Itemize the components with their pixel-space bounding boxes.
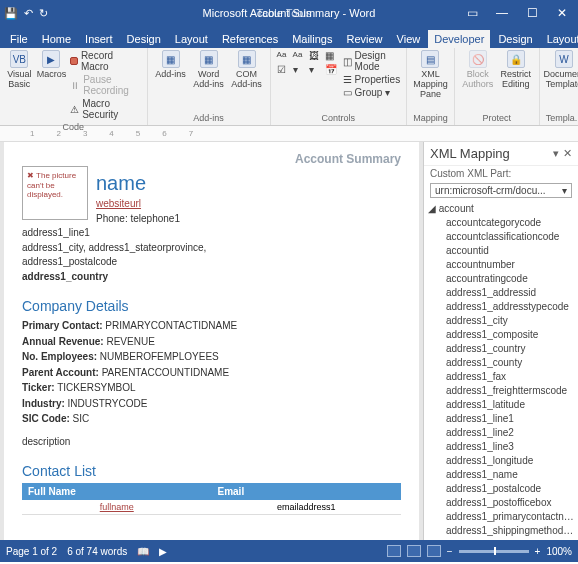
ribbon-options-icon[interactable]: ▭ [460, 6, 484, 20]
tree-node[interactable]: accountclassificationcode [428, 230, 574, 244]
macros-button[interactable]: ▶Macros [37, 50, 67, 80]
close-icon[interactable]: ✕ [550, 6, 574, 20]
content-control-phone[interactable]: telephone1 [130, 213, 180, 224]
document-template-button[interactable]: WDocument Template [547, 50, 578, 90]
tree-node[interactable]: address1_city [428, 314, 574, 328]
tab-home[interactable]: Home [36, 30, 77, 48]
content-control-email[interactable]: emailaddress1 [212, 500, 402, 514]
zoom-out-icon[interactable]: − [447, 546, 453, 557]
zoom-in-icon[interactable]: + [535, 546, 541, 557]
tree-node[interactable]: address1_county [428, 356, 574, 370]
tab-review[interactable]: Review [341, 30, 389, 48]
content-control-fullname[interactable]: fullname [22, 500, 212, 514]
control-date-icon[interactable]: 📅 [325, 64, 337, 76]
tree-node[interactable]: address1_primarycontactname [428, 510, 574, 524]
status-macro-icon[interactable]: ▶ [159, 546, 167, 557]
tree-node[interactable]: address1_addresstypecode [428, 300, 574, 314]
minimize-icon[interactable]: — [490, 6, 514, 20]
restrict-editing-button[interactable]: 🔒Restrict Editing [499, 50, 533, 90]
zoom-slider[interactable] [459, 550, 529, 553]
zoom-level[interactable]: 100% [546, 546, 572, 557]
tab-view[interactable]: View [391, 30, 427, 48]
detail-value[interactable]: SIC [73, 413, 90, 424]
control-picture-icon[interactable]: 🖼 [309, 50, 321, 62]
save-icon[interactable]: 💾 [4, 7, 18, 20]
custom-xml-part-select[interactable]: urn:microsoft-crm/docu... ▾ [430, 183, 572, 198]
tree-node[interactable]: accountcategorycode [428, 216, 574, 230]
tree-node[interactable]: address1_stateorprovince [428, 538, 574, 540]
tree-node[interactable]: address1_postofficebox [428, 496, 574, 510]
tab-developer[interactable]: Developer [428, 30, 490, 48]
tab-file[interactable]: File [4, 30, 34, 48]
view-web-icon[interactable] [427, 545, 441, 557]
tree-root[interactable]: ◢ account [428, 202, 574, 216]
content-control-addr1[interactable]: address1_line1 [22, 226, 401, 241]
tab-tabletools-design[interactable]: Design [492, 30, 538, 48]
tree-node[interactable]: address1_line3 [428, 440, 574, 454]
tree-node[interactable]: address1_line2 [428, 426, 574, 440]
detail-value[interactable]: INDUSTRYCODE [68, 398, 148, 409]
tree-node[interactable]: accountnumber [428, 258, 574, 272]
table-row[interactable]: fullname emailaddress1 [22, 500, 401, 515]
tree-node[interactable]: address1_fax [428, 370, 574, 384]
tree-node[interactable]: address1_latitude [428, 398, 574, 412]
tab-design[interactable]: Design [121, 30, 167, 48]
tab-mailings[interactable]: Mailings [286, 30, 338, 48]
macro-security-button[interactable]: ⚠Macro Security [70, 98, 140, 120]
xml-mapping-pane-button[interactable]: ▤XML Mapping Pane [413, 50, 447, 100]
status-spell-icon[interactable]: 📖 [137, 546, 149, 557]
detail-value[interactable]: PARENTACCOUNTIDNAME [102, 367, 229, 378]
tree-node[interactable]: address1_freighttermscode [428, 384, 574, 398]
control-checkbox-icon[interactable]: ☑ [277, 64, 289, 76]
control-plaintext-icon[interactable]: Aa [293, 50, 305, 62]
tree-node[interactable]: address1_longitude [428, 454, 574, 468]
xml-tree[interactable]: ◢ account accountcategorycodeaccountclas… [424, 200, 578, 540]
content-control-websiteurl[interactable]: websiteurl [96, 198, 141, 209]
control-richtext-icon[interactable]: Aa [277, 50, 289, 62]
tree-node[interactable]: address1_addressid [428, 286, 574, 300]
control-dropdown-icon[interactable]: ▾ [309, 64, 321, 76]
ruler[interactable]: 1234567 [0, 126, 578, 142]
pane-close-icon[interactable]: ✕ [563, 147, 572, 160]
tree-node[interactable]: accountratingcode [428, 272, 574, 286]
addins-button[interactable]: ▦Add-ins [154, 50, 188, 80]
tab-references[interactable]: References [216, 30, 284, 48]
tab-insert[interactable]: Insert [79, 30, 119, 48]
view-read-icon[interactable] [387, 545, 401, 557]
control-building-icon[interactable]: ▦ [325, 50, 337, 62]
content-control-addr-postal[interactable]: address1_postalcode [22, 255, 401, 270]
control-combobox-icon[interactable]: ▾ [293, 64, 305, 76]
tree-node[interactable]: address1_postalcode [428, 482, 574, 496]
design-mode-button[interactable]: ◫Design Mode [343, 50, 401, 72]
group-button[interactable]: ▭Group ▾ [343, 87, 401, 98]
tree-node[interactable]: address1_name [428, 468, 574, 482]
detail-value[interactable]: NUMBEROFEMPLOYEES [100, 351, 219, 362]
tab-tabletools-layout[interactable]: Layout [541, 30, 578, 48]
tree-node[interactable]: address1_shippingmethodcode [428, 524, 574, 538]
content-control-addr-city[interactable]: address1_city, address1_stateorprovince, [22, 241, 401, 256]
status-words[interactable]: 6 of 74 words [67, 546, 127, 557]
status-page[interactable]: Page 1 of 2 [6, 546, 57, 557]
record-macro-button[interactable]: Record Macro [70, 50, 140, 72]
tab-layout[interactable]: Layout [169, 30, 214, 48]
tree-node[interactable]: accountid [428, 244, 574, 258]
visual-basic-button[interactable]: VBVisual Basic [6, 50, 33, 90]
tree-node[interactable]: address1_composite [428, 328, 574, 342]
document-area[interactable]: Account Summary The picture can't be dis… [0, 142, 423, 540]
pause-recording-button[interactable]: ⏸Pause Recording [70, 74, 140, 96]
block-authors-button[interactable]: 🚫Block Authors [461, 50, 495, 90]
tree-node[interactable]: address1_country [428, 342, 574, 356]
pane-dropdown-icon[interactable]: ▾ [553, 147, 559, 160]
undo-icon[interactable]: ↶ [24, 7, 33, 20]
detail-value[interactable]: PRIMARYCONTACTIDNAME [105, 320, 237, 331]
content-control-addr-country[interactable]: address1_country [22, 270, 401, 285]
redo-icon[interactable]: ↻ [39, 7, 48, 20]
tree-node[interactable]: address1_line1 [428, 412, 574, 426]
detail-value[interactable]: TICKERSYMBOL [57, 382, 135, 393]
properties-button[interactable]: ☰Properties [343, 74, 401, 85]
maximize-icon[interactable]: ☐ [520, 6, 544, 20]
detail-value[interactable]: REVENUE [106, 336, 154, 347]
content-control-description[interactable]: description [22, 435, 401, 450]
view-print-icon[interactable] [407, 545, 421, 557]
word-addins-button[interactable]: ▦Word Add-ins [192, 50, 226, 90]
